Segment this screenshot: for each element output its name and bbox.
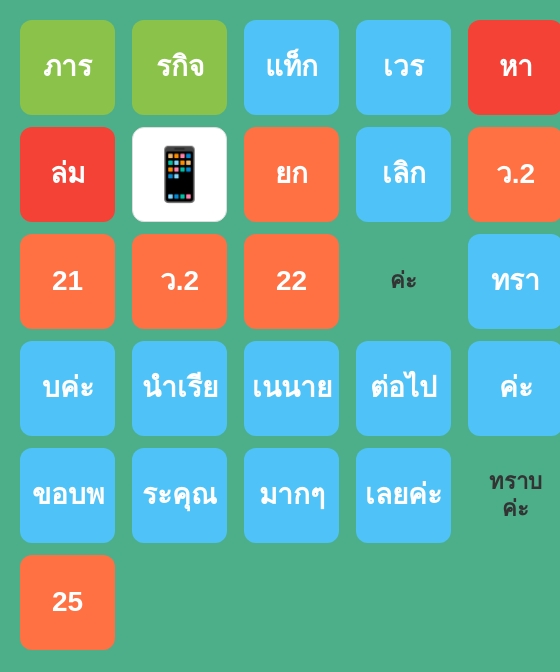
- sticker-label: นำเรีย: [138, 369, 222, 408]
- sticker-label: หา: [495, 48, 537, 87]
- sticker-item[interactable]: บค่ะ: [20, 341, 115, 436]
- sticker-item[interactable]: เลยค่ะ: [356, 448, 451, 543]
- sticker-label: รกิจ: [152, 48, 208, 87]
- sticker-item[interactable]: เลิก: [356, 127, 451, 222]
- sticker-item[interactable]: ว.2: [132, 234, 227, 329]
- sticker-label: ทรา: [487, 262, 544, 301]
- sticker-label: เนนาย: [248, 369, 336, 408]
- sticker-item[interactable]: ต่อไป: [356, 341, 451, 436]
- sticker-label: มากๆ: [255, 476, 329, 515]
- sticker-label: เวร: [379, 48, 428, 87]
- sticker-item[interactable]: ภาร: [20, 20, 115, 115]
- sticker-label: ขอบพ: [28, 476, 108, 515]
- sticker-item[interactable]: ทราบ ค่ะ: [468, 448, 560, 543]
- sticker-item[interactable]: แท็ก: [244, 20, 339, 115]
- sticker-item[interactable]: 25: [20, 555, 115, 650]
- sticker-item[interactable]: ว.2: [468, 127, 560, 222]
- sticker-label: ยก: [271, 155, 312, 194]
- sticker-item[interactable]: เวร: [356, 20, 451, 115]
- sticker-item[interactable]: เนนาย: [244, 341, 339, 436]
- sticker-item[interactable]: ค่ะ: [356, 234, 451, 329]
- sticker-label: ค่ะ: [495, 369, 537, 408]
- sticker-item[interactable]: รกิจ: [132, 20, 227, 115]
- sticker-label: 21: [48, 262, 87, 301]
- sticker-item[interactable]: หา: [468, 20, 560, 115]
- sticker-label: เลิก: [378, 155, 430, 194]
- sticker-label: ว.2: [156, 262, 203, 301]
- sticker-label: ล่ม: [46, 155, 89, 194]
- sticker-label: ต่อไป: [366, 369, 441, 408]
- sticker-label: 25: [48, 583, 87, 622]
- sticker-grid: ภารรกิจแท็กเวรหาล่ม📱ยกเลิกว.221ว.222ค่ะท…: [10, 10, 550, 660]
- sticker-item[interactable]: ค่ะ: [468, 341, 560, 436]
- sticker-item[interactable]: นำเรีย: [132, 341, 227, 436]
- sticker-label: ว.2: [492, 155, 539, 194]
- sticker-phone[interactable]: 📱: [132, 127, 227, 222]
- sticker-item[interactable]: ทรา: [468, 234, 560, 329]
- sticker-label: บค่ะ: [38, 369, 98, 408]
- sticker-label: แท็ก: [261, 48, 322, 87]
- sticker-item[interactable]: ยก: [244, 127, 339, 222]
- sticker-label: ภาร: [39, 48, 96, 87]
- sticker-item[interactable]: ขอบพ: [20, 448, 115, 543]
- sticker-label: 22: [272, 262, 311, 301]
- sticker-item[interactable]: ระคุณ: [132, 448, 227, 543]
- sticker-item[interactable]: มากๆ: [244, 448, 339, 543]
- phone-icon: 📱: [147, 144, 212, 205]
- sticker-item[interactable]: 22: [244, 234, 339, 329]
- sticker-label: เลยค่ะ: [361, 476, 446, 515]
- sticker-label: ระคุณ: [138, 476, 221, 515]
- sticker-item[interactable]: 21: [20, 234, 115, 329]
- sticker-item[interactable]: ล่ม: [20, 127, 115, 222]
